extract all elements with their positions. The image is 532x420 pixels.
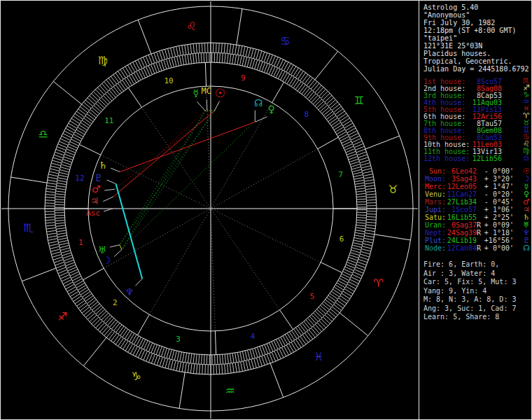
degree-tick (55, 220, 65, 221)
degree-tick (232, 44, 234, 54)
degree-tick (46, 195, 55, 195)
degree-tick (295, 81, 301, 89)
degree-tick (323, 109, 331, 115)
degree-tick (88, 313, 94, 319)
degree-tick (327, 113, 335, 120)
degree-tick (315, 325, 321, 332)
degree-tick (264, 355, 267, 364)
degree-tick (365, 230, 375, 232)
degree-tick (55, 223, 65, 223)
degree-tick (199, 43, 200, 53)
degree-tick (88, 111, 96, 118)
degree-tick (78, 302, 86, 308)
degree-tick (366, 219, 376, 220)
degree-tick (182, 55, 184, 65)
degree-tick (190, 363, 192, 373)
zodiac-sign-icon: ♋ (280, 34, 290, 48)
degree-tick (108, 78, 115, 85)
degree-tick (308, 318, 314, 325)
tally-line: Air : 3, Water: 4 (419, 270, 532, 279)
degree-tick (262, 356, 265, 365)
degree-tick (335, 285, 344, 290)
degree-tick (179, 362, 181, 372)
planet-position-value: 12Leo05 (446, 183, 477, 190)
chart-header-line: Julian Day = 2445180.6792 (419, 65, 532, 73)
planet-latitude-value: - 0°20' (482, 190, 514, 198)
degree-tick (199, 354, 200, 364)
planet-position-value: 1Sco57 (446, 206, 477, 214)
degree-tick (356, 225, 366, 226)
degree-tick (115, 73, 121, 80)
degree-tick (300, 73, 306, 80)
degree-tick (46, 227, 56, 229)
degree-tick (319, 321, 326, 328)
planet-row: Venu:11Can27- 0°20'♀ (419, 190, 532, 198)
degree-tick (362, 246, 372, 248)
planet-row: Mars:27Lib34- 0°45'♂ (419, 198, 532, 206)
house-cusp-spoke (149, 210, 210, 315)
degree-tick (60, 167, 69, 170)
degree-tick (154, 52, 158, 62)
degree-tick (216, 365, 217, 374)
sign-boundary-line (365, 136, 400, 149)
degree-tick (58, 240, 68, 242)
aspect-line (120, 111, 215, 245)
degree-tick (247, 57, 249, 67)
degree-tick (365, 186, 375, 187)
degree-tick (57, 235, 67, 237)
degree-tick (125, 330, 130, 339)
degree-tick (354, 175, 363, 177)
house-divider-line (137, 314, 149, 335)
degree-tick (205, 43, 206, 52)
degree-tick (332, 307, 340, 313)
planet-label: Sun: (424, 167, 446, 175)
degree-tick (54, 260, 63, 263)
degree-tick (104, 315, 111, 322)
degree-tick (315, 99, 322, 106)
house-row: 6th house:12Ari56♈ (419, 113, 532, 120)
degree-tick (92, 107, 99, 113)
degree-tick (300, 85, 306, 92)
degree-tick (99, 312, 106, 318)
degree-tick (49, 244, 59, 246)
degree-tick (169, 58, 172, 67)
degree-tick (85, 311, 93, 317)
degree-tick (309, 80, 315, 88)
planet-icon: ♄ (521, 214, 532, 221)
degree-tick (98, 323, 105, 330)
degree-tick (366, 191, 376, 192)
degree-tick (171, 360, 173, 370)
tally-line: Yang: 9, Yin: 4 (419, 287, 532, 296)
degree-tick (287, 76, 292, 84)
degree-tick (317, 323, 324, 330)
degree-tick (355, 235, 365, 237)
degree-tick (255, 59, 258, 69)
natal-wheel-chart: ♈♉♊♋♌♍♎♏♐♑♒♓123456789101112☉☽☿♀♂♃♄♅♆♇☊MC… (1, 1, 419, 419)
degree-tick (56, 227, 66, 229)
degree-tick (85, 295, 93, 301)
degree-tick (332, 104, 340, 111)
degree-tick (317, 309, 324, 316)
degree-tick (158, 62, 162, 71)
degree-tick (113, 323, 120, 331)
sign-boundary-line (374, 234, 410, 240)
degree-tick (356, 188, 365, 190)
degree-tick (330, 102, 338, 108)
degree-tick (244, 361, 246, 371)
degree-tick (48, 177, 57, 179)
degree-tick (47, 233, 57, 234)
planet-icon: ☽ (102, 255, 111, 266)
degree-tick (190, 44, 192, 54)
planet-row: Node:12Can04R+ 0°00'☊ (419, 244, 532, 252)
degree-tick (296, 328, 302, 335)
degree-tick (334, 304, 342, 311)
degree-tick (357, 152, 366, 155)
house-cusp-value: 12Lib56 (471, 155, 502, 162)
zodiac-sign-icon: ♎ (521, 155, 532, 162)
degree-tick (361, 249, 371, 252)
house-row: 1st house:8Sco57♏ (419, 78, 532, 85)
degree-tick (108, 332, 115, 340)
house-divider-line (280, 310, 293, 330)
zodiac-sign-icon: ♍ (98, 54, 108, 67)
degree-tick (118, 326, 124, 334)
